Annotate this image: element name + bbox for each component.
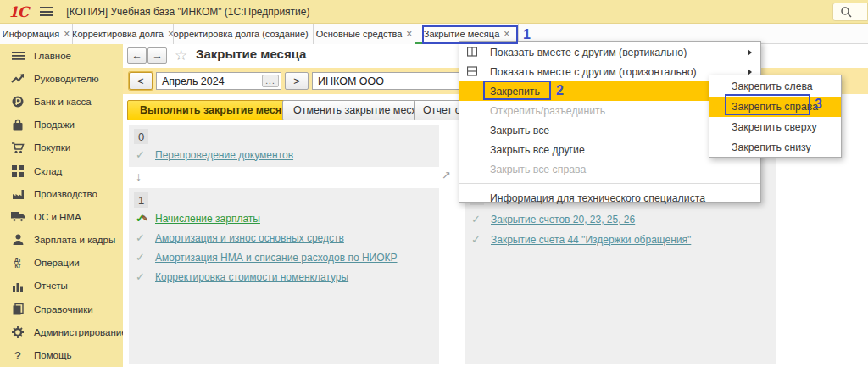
tab-korrektirovka-dolga[interactable]: Корректировка долга ×	[73, 24, 174, 44]
operation-link-zakrytie-schetov-20[interactable]: Закрытие счетов 20, 23, 25, 26	[491, 214, 635, 225]
dtkt-icon: ДтКт	[10, 256, 25, 270]
period-value: Апрель 2024	[162, 75, 225, 87]
down-arrow-icon: ↓	[136, 170, 142, 183]
operation-link-amortizaciya-os[interactable]: Амортизация и износ основных средств	[155, 232, 344, 244]
sidebar-item-zarplata-i-kadry[interactable]: Зарплата и кадры	[0, 229, 123, 252]
close-icon[interactable]: ×	[406, 28, 412, 40]
titlebar: 1С [КОПИЯ] Учебная база "ИНКОМ" (1С:Пред…	[0, 0, 868, 24]
sidebar-item-label: Продажи	[34, 120, 75, 130]
operation-row: ✓ Закрытие счетов 20, 23, 25, 26	[471, 213, 635, 225]
run-month-close-button[interactable]: Выполнить закрытие месяца	[127, 100, 307, 120]
annotation-box-step2	[483, 81, 551, 100]
sidebar-item-pokupki[interactable]: Покупки	[0, 136, 123, 159]
sidebar-item-label: Зарплата и кадры	[34, 235, 115, 245]
back-arrow-icon: ←	[131, 50, 142, 62]
operation-row: ✓ Корректировка стоимости номенклатуры	[136, 270, 348, 283]
sidebar-item-administrirovanie[interactable]: Администрирование	[0, 320, 123, 343]
previous-period-button[interactable]: <	[129, 72, 153, 90]
help-icon: ?	[10, 348, 25, 362]
person-icon	[10, 233, 25, 247]
sidebar-item-label: Главное	[34, 51, 71, 61]
trend-icon	[10, 72, 25, 86]
tab-informaciya[interactable]: Информация ×	[0, 24, 73, 44]
annotation-number-3: 3	[815, 97, 822, 112]
operation-link-zakrytie-scheta-44[interactable]: Закрытие счета 44 "Издержки обращения"	[491, 234, 691, 246]
sidebar-item-label: Покупки	[34, 142, 70, 153]
sidebar-item-glavnoe[interactable]: Главное	[0, 44, 123, 67]
next-period-button[interactable]: >	[285, 72, 309, 90]
factory-icon	[10, 187, 25, 201]
sidebar-item-label: Справочники	[34, 304, 93, 314]
page-title: Закрытие месяца	[196, 47, 306, 61]
tab-korrektirovka-dolga-sozdanie[interactable]: Корректировка долга (создание) ×	[174, 24, 314, 44]
operation-link-nachislenie-zarplaty[interactable]: Начисление зарплаты	[155, 213, 260, 225]
check-icon: ✓	[136, 270, 147, 283]
main-menu-icon[interactable]	[40, 7, 53, 16]
gear-icon	[10, 325, 25, 339]
sidebar-item-bank-i-kassa[interactable]: Банк и касса	[0, 90, 123, 113]
operation-link-amortizaciya-nma[interactable]: Амортизация НМА и списание расходов по Н…	[155, 252, 398, 264]
check-icon: ✓	[136, 251, 147, 264]
check-icon: ✓	[136, 231, 147, 244]
forward-button[interactable]: →	[147, 47, 167, 64]
previous-period-label: <	[137, 75, 143, 87]
close-icon[interactable]: ×	[168, 28, 174, 40]
sidebar-item-spravochniki[interactable]: Справочники	[0, 297, 123, 320]
submenu-item-pin-bottom[interactable]: Закрепить снизу	[709, 137, 841, 158]
operations-panel-step0: 0 ✓ Перепроведение документов	[129, 125, 439, 167]
favorite-star-icon[interactable]: ☆	[175, 47, 187, 64]
operation-link-pereprovedenie[interactable]: Перепроведение документов	[155, 149, 293, 161]
sidebar-item-proizvodstvo[interactable]: Производство	[0, 182, 123, 205]
split-horizontal-icon	[467, 66, 477, 76]
sidebar-item-label: ОС и НМА	[34, 212, 81, 222]
submenu-arrow-icon	[748, 49, 752, 56]
sidebar-item-label: Склад	[34, 166, 62, 176]
close-icon[interactable]: ×	[64, 28, 70, 40]
bag-icon	[10, 118, 25, 131]
period-picker-button[interactable]: ...	[262, 75, 279, 87]
operation-row: ✓ Амортизация НМА и списание расходов по…	[136, 251, 398, 264]
period-input[interactable]: Апрель 2024 ...	[156, 72, 281, 90]
sidebar-item-os-i-nma[interactable]: ОС и НМА	[0, 205, 123, 228]
cart-icon	[10, 141, 25, 154]
menu-item-tech-info[interactable]: Информация для технического специалиста	[459, 188, 760, 208]
operation-row: ✓ Амортизация и износ основных средств	[136, 231, 344, 244]
forward-arrow-icon: →	[152, 50, 163, 62]
sidebar-item-label: Руководителю	[34, 74, 99, 84]
split-vertical-icon	[467, 47, 477, 57]
sidebar-item-rukovoditelyu[interactable]: Руководителю	[0, 67, 123, 90]
sidebar-item-label: Производство	[34, 189, 97, 199]
sidebar-item-prodazhi[interactable]: Продажи	[0, 114, 123, 136]
check-icon: ✓	[471, 233, 483, 246]
check-icon: ✓	[136, 148, 147, 161]
submenu-item-pin-top[interactable]: Закрепить сверху	[709, 117, 841, 137]
panel-resize-icon[interactable]: ↗	[442, 169, 451, 181]
pin-submenu: Закрепить слева Закрепить справа Закрепи…	[709, 75, 842, 158]
check-edited-icon: ✓✎	[136, 212, 147, 225]
sidebar-item-label: Банк и касса	[34, 97, 92, 107]
sidebar-item-otchety[interactable]: Отчеты	[0, 275, 123, 297]
truck-icon	[10, 210, 25, 224]
menu-item-show-vertical[interactable]: Показать вместе с другим (вертикально)	[459, 42, 760, 62]
sidebar-item-label: Администрирование	[34, 327, 123, 337]
sidebar-item-label: Операции	[34, 258, 80, 268]
operations-panel-step1: 1 ✓✎ Начисление зарплаты ✓ Амортизация и…	[129, 188, 439, 364]
menu-separator	[459, 179, 760, 184]
step-badge: 1	[134, 192, 148, 208]
operation-row: ✓✎ Начисление зарплаты	[136, 212, 260, 225]
tab-osnovnye-sredstva[interactable]: Основные средства ×	[314, 24, 415, 44]
ruble-icon	[10, 95, 25, 108]
operation-link-korrektirovka-stoimosti[interactable]: Корректировка стоимости номенклатуры	[155, 271, 348, 283]
organization-value: ИНКОМ ООО	[318, 75, 384, 87]
sidebar-item-sklad[interactable]: Склад	[0, 159, 123, 182]
sidebar-item-label: Помощь	[34, 350, 71, 360]
tab-label: Информация	[3, 29, 59, 39]
grid-icon	[10, 164, 25, 178]
sidebar-item-pomosch[interactable]: ? Помощь	[0, 343, 123, 366]
back-button[interactable]: ←	[127, 47, 147, 64]
app-window: 1С [КОПИЯ] Учебная база "ИНКОМ" (1С:Пред…	[0, 0, 868, 367]
sidebar-item-operacii[interactable]: ДтКт Операции	[0, 252, 123, 275]
search-button[interactable]	[832, 3, 868, 21]
barchart-icon	[10, 279, 25, 292]
next-period-label: >	[293, 75, 299, 87]
